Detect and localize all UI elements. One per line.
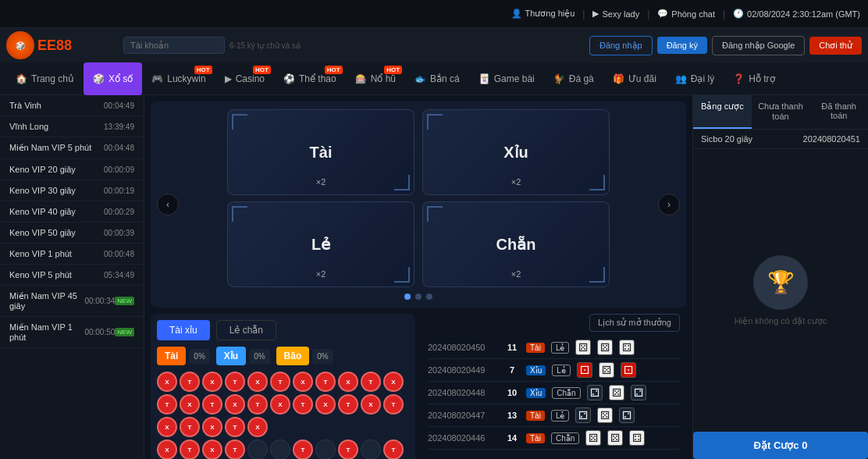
nohu-icon: 🎰 (355, 73, 367, 84)
chip-x[interactable]: X (338, 372, 358, 392)
google-login-button[interactable]: Đăng nhập Google (712, 36, 805, 55)
search-area: 6-15 ký tự chữ và số (123, 37, 301, 54)
chip-t[interactable]: T (180, 372, 200, 392)
tab-chua-thanh-toan[interactable]: Chưa thanh toán (752, 95, 810, 129)
chip-t[interactable]: T (225, 439, 245, 459)
bet-card-xiu[interactable]: Xỉu ×2 (422, 109, 610, 195)
chip-t[interactable]: T (361, 372, 381, 392)
chip-t[interactable]: T (202, 394, 222, 415)
chip-x[interactable]: X (247, 417, 268, 437)
nav-no-hu[interactable]: 🎰 Nổ hũ HOT (346, 62, 405, 95)
nav-da-ga[interactable]: 🐓 Đá gà (544, 62, 603, 95)
sidebar-item[interactable]: Miền Nam VIP 45 giây 00:00:34 NEW (0, 286, 144, 317)
next-arrow[interactable]: › (658, 194, 680, 215)
dot-2[interactable] (415, 294, 422, 300)
sidebar-item[interactable]: Trà Vinh 00:04:49 (0, 95, 144, 116)
chip-t[interactable]: T (180, 439, 200, 459)
tab-le-chan[interactable]: Lẻ chẵn (216, 320, 276, 340)
bet-card-le[interactable]: Lẻ ×2 (227, 201, 414, 287)
chip-t[interactable]: T (293, 439, 313, 459)
chip-x[interactable]: X (202, 417, 222, 437)
chip-x[interactable]: X (157, 417, 177, 437)
xiu-badge: Xỉu (526, 365, 546, 375)
right-panel-tabs: Bảng cược Chưa thanh toán Đã thanh toán (693, 95, 868, 130)
chip-t[interactable]: T (338, 394, 358, 415)
chip-t[interactable]: T (383, 439, 404, 459)
chip-t[interactable]: T (293, 394, 313, 415)
sidebar-item[interactable]: Keno VIP 1 phút 00:00:48 (0, 244, 144, 265)
chip-t[interactable]: T (338, 439, 358, 459)
nav-uu-dai[interactable]: 🎁 Ưu đãi (603, 62, 666, 95)
sidebar-item[interactable]: Keno VIP 40 giây 00:00:29 (0, 201, 144, 222)
chat-icon: 💬 (657, 9, 668, 19)
top-nav-sexy-lady[interactable]: ▶ Sexy lady (592, 9, 639, 19)
dot-1[interactable] (404, 294, 411, 300)
chip-t[interactable]: T (225, 372, 245, 392)
sidebar-item[interactable]: Miền Nam VIP 5 phút 00:04:48 (0, 137, 144, 159)
history-button[interactable]: Lịch sử mở thưởng (589, 314, 680, 332)
xiu-button[interactable]: Xỉu (216, 347, 246, 365)
tab-bang-cuoc[interactable]: Bảng cược (693, 95, 752, 129)
sidebar-item[interactable]: Keno VIP 20 giây 00:00:09 (0, 159, 144, 180)
bet-card-tai[interactable]: Tài ×2 (227, 109, 414, 195)
sidebar-item[interactable]: Keno VIP 5 phút 05:34:49 (0, 265, 144, 286)
bet-card-chan[interactable]: Chẵn ×2 (422, 201, 610, 287)
login-button[interactable]: Đăng nhập (589, 36, 653, 55)
register-button[interactable]: Đăng ký (657, 37, 707, 54)
chip-x[interactable]: X (202, 372, 222, 392)
nav-casino[interactable]: ▶ Casino HOT (215, 62, 274, 95)
play-trial-button[interactable]: Chơi thử (809, 37, 862, 55)
history-num: 13 (504, 411, 520, 420)
chip-x[interactable]: X (180, 394, 200, 415)
chip-t[interactable]: T (383, 394, 404, 415)
chip-t[interactable]: T (247, 394, 268, 415)
corner-decoration (427, 114, 443, 130)
chip-x[interactable]: X (157, 372, 177, 392)
nav-xo-so[interactable]: 🎲 Xổ số (84, 62, 142, 95)
corner-decoration-br (589, 175, 605, 190)
chip-x[interactable]: X (270, 394, 290, 415)
chip-x[interactable]: X (225, 394, 245, 415)
sidebar-item[interactable]: Keno VIP 50 giây 00:00:39 (0, 222, 144, 244)
nav-trang-chu[interactable]: 🏠 Trang chủ (6, 62, 84, 95)
nav-ho-tro[interactable]: ❓ Hỗ trợ (724, 62, 784, 95)
chip-x[interactable]: X (293, 372, 313, 392)
chip-t[interactable]: T (180, 417, 200, 437)
chip-x[interactable]: X (202, 439, 222, 459)
tab-da-thanh-toan[interactable]: Đã thanh toán (809, 95, 868, 129)
chip-x[interactable]: X (383, 372, 404, 392)
nav-game-bai[interactable]: 🃏 Game bài (469, 62, 544, 95)
chip-t[interactable]: T (225, 417, 245, 437)
chip-x[interactable]: X (361, 394, 381, 415)
dot-3[interactable] (426, 294, 432, 300)
chip-empty (247, 439, 268, 459)
top-nav-phong-chat[interactable]: 💬 Phòng chat (657, 9, 715, 19)
top-nav-thuong-hieu[interactable]: 👤 Thương hiệu (511, 9, 575, 19)
bet-xiu: Xỉu 0% (216, 347, 270, 365)
tai-button[interactable]: Tài (157, 347, 186, 365)
bao-button[interactable]: Bão (276, 347, 310, 365)
chip-x[interactable]: X (315, 394, 336, 415)
place-bet-button[interactable]: Đặt Cược 0 (693, 432, 868, 459)
nav-ban-ca[interactable]: 🐟 Bắn cá (405, 62, 469, 95)
prev-arrow[interactable]: ‹ (157, 194, 179, 215)
chip-x[interactable]: X (157, 439, 177, 459)
search-input[interactable] (123, 37, 225, 54)
history-row: 202408020447 13 Tài Lẻ ⚁ ⚄ ⚁ (428, 404, 680, 427)
tab-tai-xiu[interactable]: Tài xỉu (157, 320, 210, 340)
nav-luckywin[interactable]: 🎮 Luckywin HOT (142, 62, 215, 95)
chip-t[interactable]: T (270, 372, 290, 392)
dice-1: ⚁ (575, 407, 591, 423)
sidebar-item[interactable]: Vĩnh Long 13:39:49 (0, 116, 144, 137)
history-num: 14 (504, 433, 520, 443)
chip-t[interactable]: T (315, 372, 336, 392)
sidebar-item[interactable]: Keno VIP 30 giây 00:00:19 (0, 180, 144, 201)
nav-dai-ly[interactable]: 👥 Đại lý (666, 62, 724, 95)
chan-mult: ×2 (511, 269, 521, 279)
nav-the-thao[interactable]: ⚽ Thể thao HOT (274, 62, 346, 95)
chip-t[interactable]: T (157, 394, 177, 415)
chip-x[interactable]: X (247, 372, 268, 392)
sidebar-item[interactable]: Miền Nam VIP 1 phút 00:00:50 NEW (0, 317, 144, 348)
right-sidebar: Bảng cược Chưa thanh toán Đã thanh toán … (692, 95, 868, 459)
main-center: ‹ Tài ×2 Xỉu ×2 Lẻ (144, 95, 692, 459)
